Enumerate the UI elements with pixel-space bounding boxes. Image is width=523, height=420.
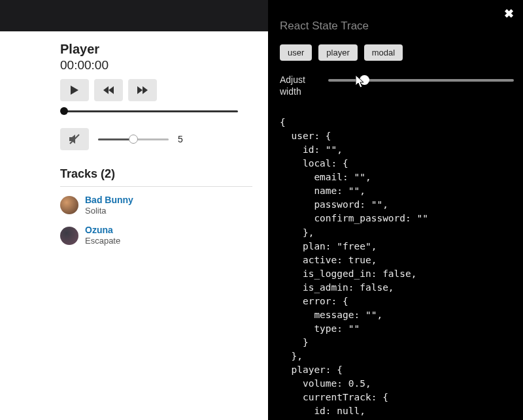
avatar — [60, 227, 78, 245]
track-text: Bad BunnySolita — [85, 195, 133, 216]
tab-user[interactable]: user — [280, 44, 312, 61]
player-section: Player 00:00:00 — [0, 31, 268, 255]
track-song: Escapate — [85, 236, 120, 246]
player-time: 00:00:00 — [60, 58, 252, 73]
avatar — [60, 196, 78, 214]
close-icon[interactable]: ✖ — [504, 7, 514, 21]
width-thumb[interactable] — [360, 75, 369, 85]
volume-value: 5 — [178, 134, 183, 144]
progress-thumb[interactable] — [60, 107, 68, 115]
volume-slider[interactable] — [98, 138, 169, 140]
volume-fill — [98, 138, 133, 140]
volume-row: 5 — [60, 128, 252, 150]
forward-button[interactable] — [128, 79, 157, 101]
track-song: Solita — [85, 206, 133, 216]
player-heading: Player — [60, 42, 252, 57]
tracks-list: Bad BunnySolitaOzunaEscapate — [60, 195, 252, 246]
tab-row: userplayermodal — [280, 44, 514, 61]
track-artist: Bad Bunny — [85, 195, 133, 206]
width-adjust-row: Adjust width — [280, 74, 514, 97]
mute-button[interactable] — [60, 128, 89, 150]
play-button[interactable] — [60, 79, 89, 101]
rewind-button[interactable] — [94, 79, 123, 101]
top-bar — [0, 0, 268, 31]
width-label: Adjust width — [280, 74, 314, 97]
track-artist: Ozuna — [85, 225, 120, 236]
transport-controls — [60, 79, 252, 101]
volume-thumb[interactable] — [129, 135, 138, 144]
svg-marker-2 — [109, 86, 114, 94]
svg-marker-4 — [143, 86, 148, 94]
width-slider[interactable] — [328, 79, 514, 82]
svg-marker-0 — [71, 86, 78, 95]
progress-track — [61, 110, 238, 112]
panel-title: React State Trace — [280, 20, 514, 33]
rewind-icon — [103, 86, 114, 94]
track-row[interactable]: Bad BunnySolita — [60, 195, 252, 216]
track-row[interactable]: OzunaEscapate — [60, 225, 252, 246]
progress-slider[interactable] — [61, 110, 252, 112]
left-pane: Player 00:00:00 — [0, 0, 268, 420]
tab-modal[interactable]: modal — [364, 44, 403, 61]
state-debug-output: { user: { id: "", local: { email: "", na… — [280, 116, 514, 420]
tab-player[interactable]: player — [318, 44, 357, 61]
state-trace-panel: ✖ React State Trace userplayermodal Adju… — [268, 0, 523, 420]
track-text: OzunaEscapate — [85, 225, 120, 246]
svg-marker-3 — [137, 86, 143, 94]
play-icon — [71, 86, 78, 95]
tracks-heading: Tracks (2) — [60, 167, 252, 181]
mute-icon — [69, 133, 80, 145]
svg-marker-1 — [103, 86, 109, 94]
tracks-divider — [60, 186, 252, 187]
forward-icon — [137, 86, 148, 94]
